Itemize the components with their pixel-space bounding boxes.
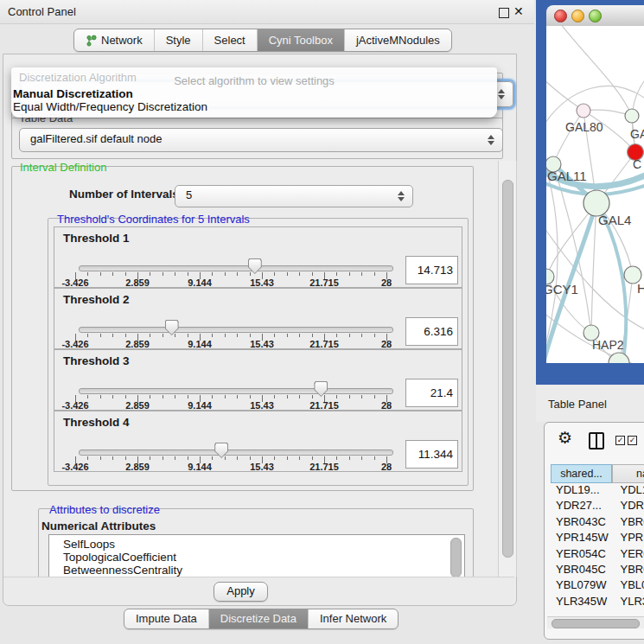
tick-label: 2.859 [110,400,165,411]
tab-label: Select [214,30,245,50]
slider-track[interactable] [79,388,393,394]
network-edge [553,111,583,164]
minor-tick [237,272,238,276]
tab-network[interactable]: Network [74,29,154,51]
attributes-scrollbar[interactable] [450,538,462,577]
network-window-titlebar[interactable] [546,5,644,27]
popup-item-equal-width[interactable]: Equal Width/Frequency Discretization [13,100,207,113]
threshold-value-field[interactable]: 11.344 [405,440,458,469]
minimize-traffic-light-icon[interactable] [571,10,584,22]
zoom-traffic-light-icon[interactable] [589,10,602,22]
tab-style[interactable]: Style [154,29,202,51]
minor-tick [336,395,337,399]
number-of-intervals-combo[interactable]: 5 [175,185,413,207]
float-window-icon[interactable] [499,8,509,18]
network-node[interactable] [609,353,629,363]
control-panel-titlebar: Control Panel [0,0,534,24]
threshold-label: Threshold 1 [63,232,130,245]
screenshot-root: Control Panel ✕ NetworkStyleSelectCyni T… [0,0,644,644]
network-node-label: GA [630,127,644,141]
column-header-name[interactable]: na [612,464,644,483]
tab-infer-network[interactable]: Infer Network [308,609,398,628]
table-hscrollbar-track[interactable] [547,616,644,628]
attribute-list-item[interactable]: TopologicalCoefficient [49,551,464,564]
minor-tick [299,456,300,460]
tab-label: Discretize Data [220,610,296,628]
table-row[interactable]: YBR045CYBR0 [551,563,644,578]
close-traffic-light-icon[interactable] [554,10,567,22]
close-icon[interactable]: ✕ [513,4,524,18]
checkbox-icon[interactable]: ✓ [615,436,625,445]
minor-tick [250,395,251,399]
minor-tick [225,272,226,276]
table-row[interactable]: YPR145WYPR1 [551,531,644,546]
table-row[interactable]: YIL052CYIL0 [551,610,644,613]
minor-tick [336,334,337,337]
cell-shared-name: YPR145W [551,531,612,546]
columns-icon[interactable] [589,432,604,450]
threshold-value-field[interactable]: 6.316 [405,317,458,346]
tab-impute-data[interactable]: Impute Data [124,609,208,628]
slider-thumb[interactable] [314,381,328,397]
tab-select[interactable]: Select [202,29,257,51]
minor-tick [299,272,300,276]
table-row[interactable]: YBR043CYBR0 [551,515,644,531]
minor-tick [237,395,238,399]
minor-tick [312,334,313,337]
cell-name: YBL0 [612,578,644,594]
network-canvas[interactable]: GAL80GAGAL11CGAL4GCY1HHAP2 [546,26,644,363]
slider-thumb[interactable] [165,320,179,335]
tick-label: 15.43 [234,339,290,349]
table-data-combo[interactable]: galFiltered.sif default node [19,128,503,152]
tab-label: Infer Network [320,610,386,628]
minor-tick [125,456,126,460]
table-row[interactable]: YLR345WYLR3 [551,595,644,610]
minor-tick [212,334,213,337]
slider-thumb[interactable] [214,443,228,458]
slider-track[interactable] [79,327,393,333]
minor-tick [250,272,251,276]
network-node[interactable] [577,104,590,118]
threshold-label: Threshold 3 [63,354,130,367]
threshold-value-field[interactable]: 21.4 [405,379,458,407]
network-node-label: GAL4 [598,213,631,227]
tab-jactivemnodules[interactable]: jActiveMNodules [344,29,451,51]
slider-track[interactable] [79,450,393,456]
minor-tick [163,334,163,337]
numerical-attributes-list[interactable]: SelfLoopsTopologicalCoefficientBetweenne… [48,534,465,577]
table-row[interactable]: YDL19...YDL1 [551,483,644,499]
tab-label: jActiveMNodules [356,30,440,50]
tab-discretize-data[interactable]: Discretize Data [208,609,308,628]
minor-tick [188,334,188,337]
table-row[interactable]: YDR27...YDR2 [551,499,644,514]
table-panel-card: ⚙ ✓ ✓ shared... na YDL19...YDL1YDR27...Y… [544,422,644,640]
gear-icon[interactable]: ⚙ [558,428,572,448]
tick-label: 2.859 [110,339,165,349]
panel-scrollbar-thumb[interactable] [502,180,513,558]
tab-cyni-toolbox[interactable]: Cyni Toolbox [257,29,344,51]
apply-button[interactable]: Apply [214,582,268,602]
network-node[interactable] [625,109,639,123]
minor-tick [225,334,226,337]
table-row[interactable]: YBL079WYBL0 [551,578,644,594]
popup-placeholder-item[interactable]: Select algorithm to view settings [11,74,497,87]
table-rows: YDL19...YDL1YDR27...YDR2YBR043CYBR0YPR14… [551,483,644,613]
minor-tick [212,456,213,460]
minor-tick [274,456,275,460]
table-row[interactable]: YER054CYER0 [551,547,644,563]
minor-tick [374,272,375,276]
attribute-list-item[interactable]: SelfLoops [49,538,464,551]
minor-tick [87,456,88,460]
threshold-value-field[interactable]: 14.713 [405,256,458,284]
column-header-shared-name[interactable]: shared... [551,464,612,483]
attribute-list-item[interactable]: BetweennessCentrality [49,564,464,577]
slider-track[interactable] [79,265,393,271]
checkbox-icon[interactable]: ✓ [628,436,637,445]
minor-tick [125,334,126,337]
minor-tick [100,334,101,337]
table-hscrollbar-thumb[interactable] [552,619,640,628]
tick-label: 2.859 [110,277,165,288]
tab-label: Style [166,30,191,50]
panel-scrollbar-track[interactable] [498,161,517,577]
popup-item-manual-discretization[interactable]: Manual Discretization [13,87,133,100]
